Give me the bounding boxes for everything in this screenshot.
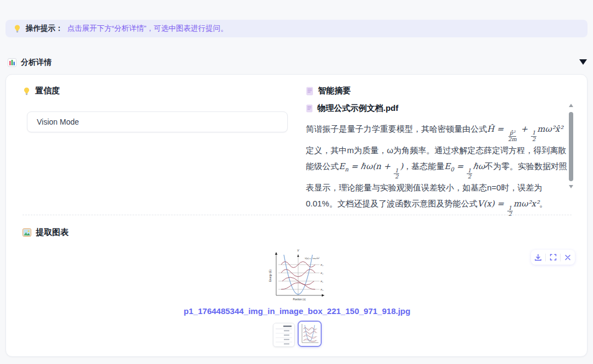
vision-mode-selector[interactable]: Vision Mode: [27, 111, 288, 132]
chart-stage: Energy (E) V Position (x) V(x) = ½mω²x²: [6, 243, 588, 352]
document-icon: [306, 104, 313, 113]
figure-level-E3: E₃: [321, 264, 323, 266]
summary-paragraph: 简谐振子是量子力学重要模型，其哈密顿量由公式Ĥ = p̂²2m + 12mω²x…: [306, 121, 569, 217]
image-filename: p1_1764485344_img_in_image_box_221_150_9…: [6, 306, 588, 316]
document-title-row: 物理公式示例文档.pdf: [306, 103, 399, 114]
summary-scrollbar: [567, 103, 575, 191]
table-thumbnail[interactable]: [273, 323, 295, 347]
analysis-details-header: 分析详情: [8, 58, 52, 68]
tip-bar: 操作提示： 点击展开下方“分析详情”，可选中图表进行提问。: [5, 20, 588, 37]
extracted-chart-image[interactable]: Energy (E) V Position (x) V(x) = ½mω²x²: [267, 247, 327, 303]
section-divider: [23, 215, 572, 215]
scrollbar-up-icon[interactable]: [567, 103, 575, 109]
vision-mode-value: Vision Mode: [37, 117, 79, 126]
figure-level-E1: E₁: [321, 280, 323, 283]
collapse-toggle-icon[interactable]: [579, 58, 588, 66]
bar-chart-icon: [8, 58, 16, 67]
summary-header: 智能摘要: [306, 86, 351, 96]
extracted-charts-title: 提取图表: [36, 227, 69, 238]
figure-v-label: V: [297, 249, 299, 252]
figure-level-E2: E₂: [321, 272, 323, 275]
picture-icon: [23, 228, 31, 237]
thumbnail-strip: [6, 321, 588, 347]
light-bulb-icon: [23, 87, 31, 96]
analysis-details-panel: 置信度 Vision Mode 智能摘要 物理公式示例文档.pdf 简谐振子是量…: [5, 74, 588, 357]
tip-label: 操作提示：: [26, 24, 63, 33]
figure-xlabel: Position (x): [293, 298, 306, 301]
analysis-details-title: 分析详情: [21, 58, 52, 68]
light-bulb-icon: [13, 24, 21, 33]
document-icon: [306, 87, 314, 96]
extracted-charts-header: 提取图表: [23, 227, 69, 238]
chart-thumbnail-selected[interactable]: [298, 321, 322, 347]
figure-ylabel: Energy (E): [269, 270, 272, 282]
scrollbar-thumb[interactable]: [569, 112, 573, 181]
scrollbar-down-icon[interactable]: [567, 184, 575, 190]
confidence-header: 置信度: [23, 86, 60, 96]
document-name: 物理公式示例文档.pdf: [317, 103, 399, 114]
figure-level-E0: E₀: [321, 288, 323, 291]
summary-title: 智能摘要: [318, 86, 351, 96]
tip-message: 点击展开下方“分析详情”，可选中图表进行提问。: [68, 24, 228, 33]
confidence-title: 置信度: [35, 86, 60, 96]
